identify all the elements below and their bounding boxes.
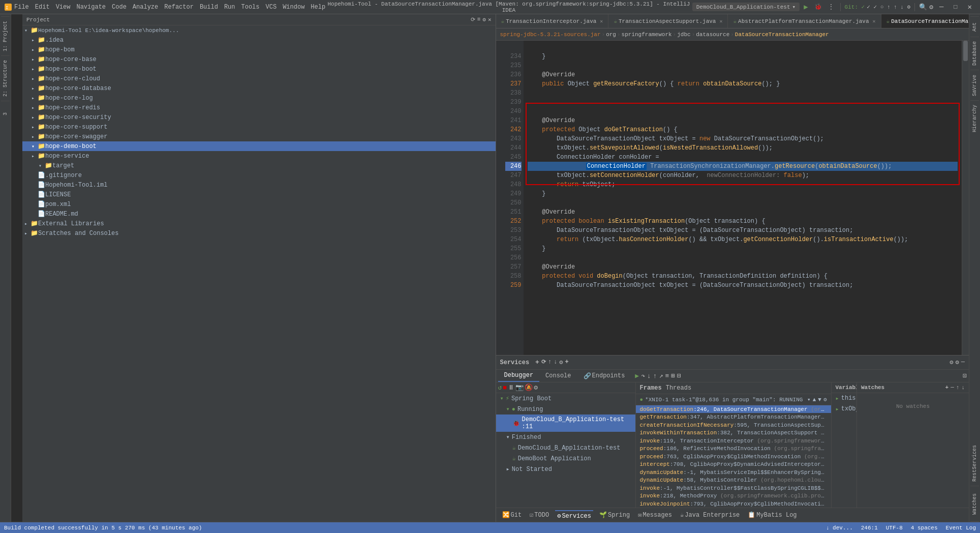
services-minimize-icon[interactable]: ─ bbox=[961, 359, 965, 366]
minimize-button[interactable]: ─ bbox=[935, 3, 947, 11]
settings-icon[interactable]: ⚙ bbox=[929, 3, 933, 11]
menu-refactor[interactable]: Refactor bbox=[164, 4, 194, 11]
menu-file[interactable]: File bbox=[14, 4, 29, 11]
list-item[interactable]: ▸📁 hope-bom bbox=[22, 45, 496, 54]
list-item[interactable]: 📄 .gitignore bbox=[22, 170, 496, 180]
watches-remove-icon[interactable]: ─ bbox=[951, 384, 954, 391]
camera-icon[interactable]: 📷 bbox=[515, 383, 524, 392]
tab-ant[interactable]: Ant bbox=[970, 16, 979, 37]
frame-item[interactable]: invoke:-1, MybatisController$$FastClassB… bbox=[636, 484, 831, 492]
vcs-icons[interactable]: ✓ ✓ ○ ↑ ↑ ↓ ⚙ bbox=[867, 4, 910, 10]
var-item[interactable]: ▸ this = {JdbcTransactionManager@20025} bbox=[832, 393, 857, 404]
frame-item[interactable]: invoke:218, MethodProxy (org.springframe… bbox=[636, 492, 831, 499]
thread-nav-down[interactable]: ▼ bbox=[818, 397, 821, 403]
tab-git[interactable]: 🔀 Git bbox=[500, 510, 524, 520]
thread-filter-icon[interactable]: ⚙ bbox=[823, 396, 827, 403]
restart-icon[interactable]: ↺ bbox=[498, 383, 502, 392]
debug-resume-icon[interactable]: ▶ bbox=[635, 372, 639, 380]
service-item[interactable]: ▸ Not Started bbox=[496, 464, 635, 475]
menu-help[interactable]: Help bbox=[311, 4, 325, 11]
menu-analyze[interactable]: Analyze bbox=[133, 4, 158, 11]
service-item[interactable]: ▾ ⚡ Spring Boot bbox=[496, 393, 635, 404]
frame-item[interactable]: createTransactionIfNecessary:595, Transa… bbox=[636, 421, 831, 429]
search-everywhere[interactable]: 🔍 bbox=[919, 3, 927, 11]
watches-up-icon[interactable]: ↑ bbox=[956, 384, 960, 391]
tab-rest-services[interactable]: RestServices bbox=[970, 441, 979, 486]
tab-transaction-interceptor[interactable]: ☕TransactionInterceptor.java✕ bbox=[496, 14, 609, 28]
list-item[interactable]: ▾📁 target bbox=[22, 161, 496, 170]
list-item[interactable]: 📄 README.md bbox=[22, 209, 496, 219]
tab-debugger[interactable]: Debugger bbox=[498, 370, 540, 382]
list-item-hope-demo-boot[interactable]: ▾📁 hope-demo-boot bbox=[22, 141, 496, 151]
services-gear-icon[interactable]: ⚙ bbox=[956, 359, 959, 366]
menu-vcs[interactable]: VCS bbox=[266, 4, 277, 11]
debug-button[interactable]: 🐞 bbox=[812, 3, 824, 11]
maximize-button[interactable]: □ bbox=[950, 4, 961, 11]
stop-icon[interactable]: ■ bbox=[503, 384, 507, 392]
more-run-options[interactable]: ⋮ bbox=[826, 3, 836, 11]
tab-abstract-platform[interactable]: ☕AbstractPlatformTransactionManager.java… bbox=[728, 14, 881, 28]
breadcrumb-jar[interactable]: spring-jdbc-5.3.21-sources.jar bbox=[500, 32, 601, 38]
tab-watches[interactable]: Watches bbox=[970, 486, 979, 522]
tab-hierarchy[interactable]: Hierarchy bbox=[970, 100, 979, 136]
debug-step-over-icon[interactable]: ↷ bbox=[641, 372, 645, 380]
breadcrumb-class[interactable]: DataSourceTransactionManager bbox=[735, 32, 829, 38]
tab-console[interactable]: Console bbox=[539, 370, 577, 381]
thread-nav-up[interactable]: ▲ bbox=[813, 397, 816, 403]
list-item[interactable]: ▸📁 hope-core-security bbox=[22, 112, 496, 122]
service-item[interactable]: ▾ ● Running bbox=[496, 404, 635, 414]
services-add-icon[interactable]: + bbox=[535, 359, 539, 366]
service-item[interactable]: ▾ Finished bbox=[496, 432, 635, 442]
frame-item[interactable]: invoke:119, TransactionInterceptor (org.… bbox=[636, 437, 831, 445]
menu-run[interactable]: Run bbox=[224, 4, 235, 11]
editor-scrollbar[interactable] bbox=[962, 41, 969, 355]
pause-icon[interactable]: ⏸ bbox=[508, 384, 514, 392]
breadcrumb-org[interactable]: org bbox=[606, 32, 616, 38]
services-settings-icon[interactable]: ⚙ bbox=[950, 359, 953, 366]
services-sync-icon[interactable]: ⟳ bbox=[541, 359, 546, 366]
frame-item[interactable]: getTransaction:347, AbstractPlatformTran… bbox=[636, 413, 831, 421]
tab-endpoints[interactable]: 🔗Endpoints bbox=[577, 370, 631, 382]
run-button[interactable]: ▶ bbox=[802, 3, 810, 11]
debug-more-icon[interactable]: ⊞ bbox=[671, 372, 675, 380]
menu-edit[interactable]: Edit bbox=[35, 4, 50, 11]
run-config-selector[interactable]: DemoCloud_B_Application-test▾ bbox=[692, 3, 800, 11]
tab-todo[interactable]: ☑ TODO bbox=[528, 510, 551, 520]
debug-step-out-icon[interactable]: ↑ bbox=[653, 372, 657, 380]
frame-item[interactable]: doGetTransaction:246, DataSourceTransact… bbox=[636, 405, 831, 413]
list-item[interactable]: ▸📁 hope-core-support bbox=[22, 122, 496, 132]
debug-run-to-cursor-icon[interactable]: ↗ bbox=[659, 372, 663, 380]
list-item[interactable]: 📄 Hopehomi-Tool.iml bbox=[22, 180, 496, 190]
breadcrumb-jdbc[interactable]: jdbc bbox=[677, 32, 690, 38]
code-editor[interactable]: 234 235 236 237 238 239 240 241 242 243 … bbox=[496, 41, 969, 355]
list-item[interactable]: 📄 LICENSE bbox=[22, 190, 496, 199]
breadcrumb-datasource[interactable]: datasource bbox=[696, 32, 729, 38]
services-filter-icon[interactable]: ⚙ bbox=[559, 359, 563, 366]
tab-datasource-manager[interactable]: ☕DataSourceTransactionManager.java✕ bbox=[881, 14, 969, 28]
tab-bookmarks[interactable]: 3 bbox=[1, 101, 10, 126]
indent-label[interactable]: 4 spaces bbox=[911, 525, 938, 531]
watches-down-icon[interactable]: ↓ bbox=[961, 384, 965, 391]
list-item[interactable]: ▸📁 hope-core-swagger bbox=[22, 132, 496, 141]
debug-restore-icon[interactable]: ⊡ bbox=[963, 372, 967, 380]
git-status[interactable]: Git: ✓ bbox=[845, 4, 865, 10]
threads-tab[interactable]: Threads bbox=[666, 384, 691, 392]
collapse-icon[interactable]: ≡ bbox=[477, 16, 481, 23]
debug-step-into-icon[interactable]: ↓ bbox=[647, 372, 651, 380]
list-item[interactable]: ▸📁 hope-core-cloud bbox=[22, 74, 496, 83]
services-up-icon[interactable]: ↑ bbox=[548, 359, 552, 366]
close-button[interactable]: ✕ bbox=[964, 3, 976, 11]
frame-item[interactable]: dynamicUpdate:58, MybatisController (org… bbox=[636, 476, 831, 484]
tab-savrive[interactable]: SaVrive bbox=[970, 70, 979, 100]
debug-evaluate-icon[interactable]: ≡ bbox=[665, 372, 669, 380]
menu-navigate[interactable]: Navigate bbox=[76, 4, 106, 11]
menu-view[interactable]: View bbox=[56, 4, 71, 11]
frame-item[interactable]: proceed:763, CglibAopProxy$CglibMethodIn… bbox=[636, 453, 831, 460]
encoding-label[interactable]: UTF-8 bbox=[886, 525, 903, 531]
tab-mybatis-log[interactable]: 📋 MyBatis Log bbox=[746, 510, 799, 520]
code-content[interactable]: } @Override public Object getResourceFac… bbox=[524, 41, 962, 355]
tab-services-bottom[interactable]: ⚙ Services bbox=[555, 510, 593, 521]
list-item[interactable]: ▸📁 External Libraries bbox=[22, 219, 496, 228]
service-item[interactable]: ☕ DemoCloud_B_Application-test bbox=[496, 442, 635, 453]
menu-tools[interactable]: Tools bbox=[241, 4, 260, 11]
